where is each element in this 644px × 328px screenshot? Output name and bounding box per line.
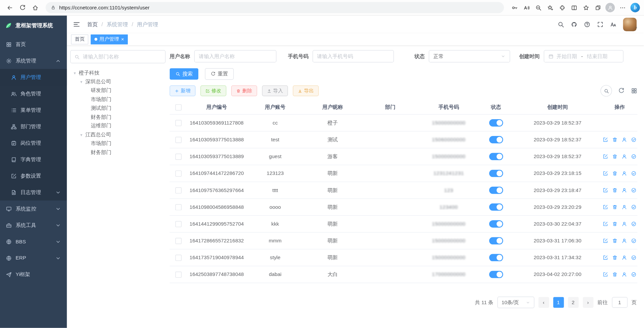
status-toggle[interactable] <box>489 203 503 211</box>
status-toggle[interactable] <box>489 237 503 244</box>
tree-node-深圳总公司[interactable]: ▾深圳总公司 <box>70 78 165 86</box>
edit-icon[interactable] <box>602 255 608 261</box>
sidebar-item-log[interactable]: 日志管理 <box>0 184 67 200</box>
assign-role-icon[interactable] <box>631 204 637 210</box>
page-size-select[interactable]: 10条/页 <box>497 297 534 308</box>
header-question-icon[interactable] <box>584 21 591 28</box>
reset-password-icon[interactable] <box>622 255 627 261</box>
reset-password-icon[interactable] <box>622 137 627 143</box>
toggle-search-button[interactable] <box>600 85 612 96</box>
status-select[interactable]: 正常 <box>429 50 510 62</box>
delete-icon[interactable] <box>612 154 618 159</box>
row-checkbox[interactable] <box>175 137 181 143</box>
delete-icon[interactable] <box>612 272 618 277</box>
sidebar-item-dept[interactable]: 部门管理 <box>0 118 67 135</box>
row-checkbox[interactable] <box>175 204 181 210</box>
row-checkbox[interactable] <box>175 254 181 261</box>
date-start-placeholder[interactable]: 开始日期 <box>556 53 577 60</box>
tab-用户管理[interactable]: 用户管理× <box>91 34 128 44</box>
browser-extension-button[interactable] <box>556 2 567 13</box>
breadcrumb-item-0[interactable]: 首页 <box>87 21 98 28</box>
page-button-1[interactable]: 1 <box>553 297 564 308</box>
tab-首页[interactable]: 首页 <box>71 34 88 44</box>
sidebar-item-erp[interactable]: ERP <box>0 250 67 266</box>
date-range-picker[interactable]: 开始日期 - 结束日期 <box>544 50 623 62</box>
sidebar-item-role[interactable]: 角色管理 <box>0 86 67 102</box>
reset-button[interactable]: 重置 <box>205 68 234 80</box>
reset-password-icon[interactable] <box>622 204 627 210</box>
select-all-checkbox[interactable] <box>175 104 181 110</box>
delete-icon[interactable] <box>612 238 618 244</box>
sidebar-item-menu[interactable]: 菜单管理 <box>0 102 67 119</box>
status-toggle[interactable] <box>489 187 503 194</box>
status-toggle[interactable] <box>489 170 503 177</box>
sidebar-item-post[interactable]: 岗位管理 <box>0 135 67 151</box>
row-checkbox[interactable] <box>175 170 181 176</box>
edit-icon[interactable] <box>602 171 608 176</box>
browser-split-screen-button[interactable] <box>568 2 580 13</box>
search-button[interactable]: 搜索 <box>169 68 198 80</box>
sidebar-item-home[interactable]: 首页 <box>0 36 67 53</box>
column-settings-button[interactable] <box>631 88 638 94</box>
delete-icon[interactable] <box>612 221 618 227</box>
edit-icon[interactable] <box>602 221 608 227</box>
delete-button[interactable]: 删除 <box>231 86 257 96</box>
edit-icon[interactable] <box>602 204 608 210</box>
assign-role-icon[interactable] <box>631 238 637 244</box>
row-checkbox[interactable] <box>175 238 181 244</box>
edit-icon[interactable] <box>602 154 608 159</box>
edit-icon[interactable] <box>602 137 608 143</box>
tree-node-江西总公司[interactable]: ▾江西总公司 <box>70 131 165 139</box>
browser-home-button[interactable] <box>30 2 41 13</box>
row-checkbox[interactable] <box>175 271 181 277</box>
delete-icon[interactable] <box>612 171 618 176</box>
sidebar-item-bbs[interactable]: BBS <box>0 233 67 250</box>
reset-password-icon[interactable] <box>622 187 627 193</box>
sidebar-item-system[interactable]: 系统管理 <box>0 53 67 69</box>
assign-role-icon[interactable] <box>631 255 637 261</box>
status-toggle[interactable] <box>489 136 503 143</box>
address-bar[interactable]: https://ccnetcore.com:1101/system/user <box>46 2 504 13</box>
sidebar-item-tool[interactable]: 系统工具 <box>0 217 67 233</box>
tree-node-运维部门[interactable]: 运维部门 <box>70 122 165 130</box>
edit-icon[interactable] <box>602 272 608 277</box>
tree-node-研发部门[interactable]: 研发部门 <box>70 86 165 95</box>
sidebar-item-monitor[interactable]: 系统监控 <box>0 200 67 217</box>
browser-favorite-add-button[interactable] <box>545 2 556 13</box>
export-button[interactable]: 导出 <box>293 86 319 96</box>
header-fullscreen-icon[interactable] <box>597 21 604 28</box>
assign-role-icon[interactable] <box>631 154 637 159</box>
browser-collections-button[interactable] <box>592 2 603 13</box>
edit-icon[interactable] <box>602 187 608 193</box>
edit-icon[interactable] <box>602 238 608 244</box>
browser-key-button[interactable] <box>509 2 520 13</box>
browser-read-aloud-button[interactable] <box>521 2 532 13</box>
add-button[interactable]: 新增 <box>169 86 195 96</box>
row-checkbox[interactable] <box>175 187 181 193</box>
goto-page-input[interactable] <box>612 297 628 308</box>
next-page-button[interactable]: › <box>583 297 593 308</box>
username-input[interactable] <box>194 50 277 62</box>
assign-role-icon[interactable] <box>631 187 637 193</box>
status-toggle[interactable] <box>489 119 503 127</box>
assign-role-icon[interactable] <box>631 221 637 227</box>
status-toggle[interactable] <box>489 271 503 278</box>
reset-password-icon[interactable] <box>622 238 627 244</box>
page-button-2[interactable]: 2 <box>568 297 579 308</box>
sidebar-item-param[interactable]: 参数设置 <box>0 168 67 184</box>
row-checkbox[interactable] <box>175 221 181 227</box>
browser-profile-avatar[interactable] <box>605 3 615 12</box>
tree-node-市场部门[interactable]: 市场部门 <box>70 95 165 104</box>
tree-node-财务部门[interactable]: 财务部门 <box>70 148 165 157</box>
sidebar-collapse-icon[interactable] <box>73 20 81 28</box>
reset-password-icon[interactable] <box>622 154 627 159</box>
browser-more-button[interactable] <box>617 2 628 13</box>
status-toggle[interactable] <box>489 153 503 160</box>
tree-node-财务部门[interactable]: 财务部门 <box>70 113 165 122</box>
bing-icon[interactable]: b <box>631 3 640 12</box>
row-checkbox[interactable] <box>175 120 181 126</box>
phone-input[interactable] <box>312 50 394 62</box>
prev-page-button[interactable]: ‹ <box>538 297 549 308</box>
refresh-table-button[interactable] <box>618 88 625 94</box>
assign-role-icon[interactable] <box>631 272 637 277</box>
